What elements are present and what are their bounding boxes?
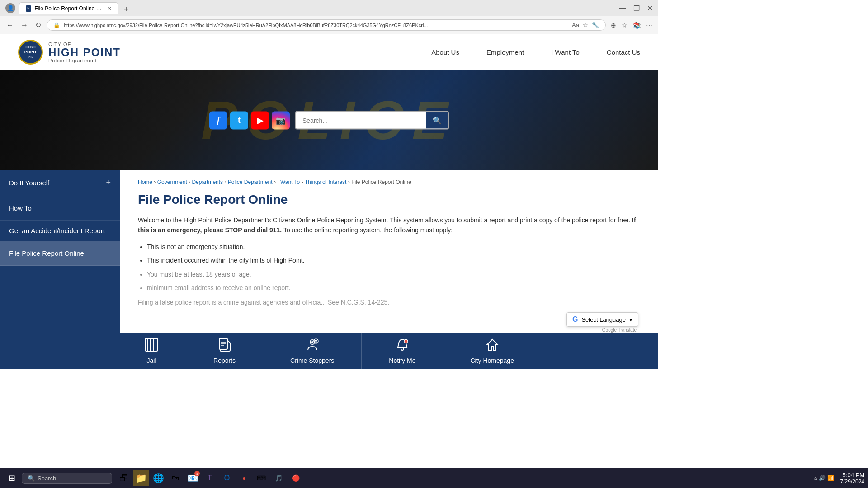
- google-translate-credit: Google Translate: [602, 328, 638, 333]
- footer-label-reports: Reports: [213, 357, 236, 364]
- profile-icon[interactable]: 👤: [5, 3, 15, 13]
- active-tab[interactable]: h File Police Report Online | High ... ✕: [19, 2, 118, 14]
- footer-item-reports[interactable]: Reports: [186, 333, 263, 369]
- main-content: Do It Yourself + How To Get an Accident/…: [0, 170, 658, 333]
- breadcrumb-police-department[interactable]: Police Department: [228, 179, 273, 185]
- jail-icon: [144, 338, 159, 355]
- breadcrumb-home[interactable]: Home: [138, 179, 152, 185]
- intro-paragraph: Welcome to the High Point Police Departm…: [138, 215, 640, 235]
- sidebar: Do It Yourself + How To Get an Accident/…: [0, 170, 120, 333]
- browser-window: 👤 h File Police Report Online | High ...…: [0, 0, 658, 34]
- sidebar-item-accident-report[interactable]: Get an Accident/Incident Report: [0, 221, 120, 241]
- bookmark-icon[interactable]: ☆: [583, 22, 588, 28]
- footer-label-city-homepage: City Homepage: [470, 357, 514, 364]
- tab-bar: h File Police Report Online | High ... ✕…: [19, 2, 615, 14]
- breadcrumb-things-of-interest[interactable]: Things of Interest: [305, 179, 347, 185]
- collections-action[interactable]: 📚: [632, 20, 642, 30]
- twitter-button[interactable]: t: [230, 111, 248, 129]
- social-icons: f t ▶ 📷: [209, 111, 290, 129]
- footer-label-jail: Jail: [147, 357, 156, 364]
- translate-selector[interactable]: G Select Language ▾: [566, 312, 638, 327]
- tab-favicon: h: [26, 5, 31, 12]
- youtube-icon: ▶: [257, 115, 263, 125]
- footer-label-crime-stoppers: Crime Stoppers: [290, 357, 334, 364]
- minimize-button[interactable]: —: [619, 4, 626, 13]
- url-text: https://www.highpointnc.gov/2932/File-Po…: [64, 23, 568, 28]
- nav-i-want-to[interactable]: I Want To: [551, 48, 580, 56]
- page-body: Welcome to the High Point Police Departm…: [138, 215, 640, 308]
- maximize-button[interactable]: ❐: [633, 4, 640, 13]
- reader-icon[interactable]: Aa: [572, 22, 579, 28]
- requirement-item-2: This incident occurred within the city l…: [147, 255, 640, 265]
- translate-widget: G Select Language ▾ Google Translate: [566, 312, 638, 333]
- breadcrumb-departments[interactable]: Departments: [192, 179, 223, 185]
- logo-area: HIGHPOINTPD City of HIGH POINT Police De…: [18, 40, 121, 65]
- translate-dropdown-icon: ▾: [629, 316, 632, 323]
- website: HIGHPOINTPD City of HIGH POINT Police De…: [0, 34, 658, 369]
- sidebar-label-file-police-report: File Police Report Online: [9, 249, 84, 257]
- footer-item-city-homepage[interactable]: City Homepage: [443, 333, 541, 369]
- svg-point-10: [311, 341, 313, 343]
- url-bar[interactable]: 🔒 https://www.highpointnc.gov/2932/File-…: [47, 19, 606, 31]
- requirements-list: This is not an emergency situation. This…: [147, 242, 640, 293]
- sidebar-item-how-to[interactable]: How To: [0, 196, 120, 221]
- nav-about-us[interactable]: About Us: [431, 48, 459, 56]
- requirement-item-1: This is not an emergency situation.: [147, 242, 640, 252]
- hero-search-bar: 🔍: [295, 111, 449, 130]
- requirement-item-4: minimum email address to receive an onli…: [147, 283, 640, 293]
- google-g-icon: G: [572, 315, 578, 324]
- sidebar-label-do-it-yourself: Do It Yourself: [9, 179, 49, 187]
- instagram-icon: 📷: [276, 115, 286, 125]
- youtube-button[interactable]: ▶: [251, 111, 269, 129]
- facebook-button[interactable]: f: [209, 111, 227, 129]
- new-tab-button[interactable]: +: [120, 5, 132, 14]
- back-button[interactable]: ←: [5, 19, 15, 31]
- sidebar-item-do-it-yourself[interactable]: Do It Yourself +: [0, 170, 120, 196]
- browser-window-controls: 👤: [5, 3, 15, 13]
- favorites-action[interactable]: ☆: [620, 20, 629, 30]
- footer-label-notify-me: Notify Me: [389, 357, 415, 364]
- search-button[interactable]: 🔍: [426, 112, 448, 129]
- sidebar-label-how-to: How To: [9, 204, 32, 212]
- reports-icon: [217, 338, 232, 355]
- url-action-icons: Aa ☆ 🔧: [572, 22, 599, 28]
- page-title: File Police Report Online: [138, 192, 640, 207]
- police-dept-label: Police Department: [48, 58, 121, 63]
- main-nav: About Us Employment I Want To Contact Us: [431, 48, 640, 56]
- requirement-item-3: You must be at least 18 years of age.: [147, 269, 640, 279]
- more-tools-action[interactable]: ⋯: [645, 20, 654, 30]
- sidebar-item-file-police-report[interactable]: File Police Report Online: [0, 241, 120, 266]
- breadcrumb-government[interactable]: Government: [157, 179, 187, 185]
- facebook-icon: f: [217, 116, 220, 125]
- hero-bar: f t ▶ 📷 🔍: [209, 111, 449, 130]
- footer-item-crime-stoppers[interactable]: Crime Stoppers: [263, 333, 362, 369]
- search-input[interactable]: [296, 113, 426, 128]
- logo-text: City of HIGH POINT Police Department: [48, 42, 121, 63]
- window-controls: — ❐ ✕: [619, 4, 653, 13]
- refresh-button[interactable]: ↻: [33, 19, 43, 31]
- footer-item-jail[interactable]: Jail: [117, 333, 186, 369]
- tab-title: File Police Report Online | High ...: [35, 5, 102, 12]
- notify-me-icon: !: [395, 338, 410, 355]
- logo-badge: HIGHPOINTPD: [18, 40, 43, 65]
- twitter-icon: t: [238, 116, 241, 125]
- page-content-area: Home › Government › Departments › Police…: [120, 170, 658, 333]
- forward-button[interactable]: →: [19, 19, 30, 31]
- browser-actions: ⊕ ☆ 📚 ⋯: [609, 20, 654, 30]
- extensions-icon[interactable]: 🔧: [592, 22, 599, 28]
- address-bar: ← → ↻ 🔒 https://www.highpointnc.gov/2932…: [0, 16, 658, 34]
- close-tab-button[interactable]: ✕: [107, 5, 112, 12]
- nav-employment[interactable]: Employment: [486, 48, 524, 56]
- instagram-button[interactable]: 📷: [272, 111, 290, 129]
- sidebar-expand-icon-do-it-yourself: +: [106, 178, 111, 188]
- footer-item-notify-me[interactable]: ! Notify Me: [362, 333, 443, 369]
- city-homepage-icon: [485, 338, 500, 355]
- breadcrumb-i-want-to[interactable]: I Want To: [277, 179, 300, 185]
- false-report-warning: Filing a false police report is a crime …: [138, 297, 640, 307]
- nav-contact-us[interactable]: Contact Us: [607, 48, 640, 56]
- breadcrumb: Home › Government › Departments › Police…: [138, 179, 640, 185]
- close-window-button[interactable]: ✕: [647, 4, 653, 13]
- sidebar-label-accident-report: Get an Accident/Incident Report: [9, 226, 105, 235]
- profile-action[interactable]: ⊕: [609, 20, 618, 30]
- browser-titlebar: 👤 h File Police Report Online | High ...…: [0, 0, 658, 16]
